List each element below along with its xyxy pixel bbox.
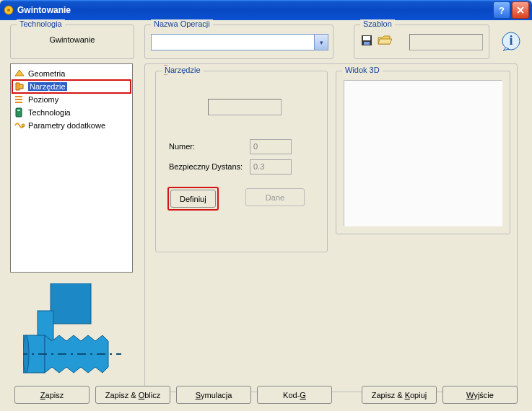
tree-item-tool[interactable]: Narzędzie	[12, 80, 131, 93]
svg-rect-6	[17, 110, 20, 111]
app-icon	[3, 4, 14, 16]
numer-value: 0	[253, 142, 258, 151]
save-template-icon[interactable]	[360, 34, 373, 47]
operation-name-group: Nazwa Operacji ▾	[144, 25, 333, 59]
tool-name-field[interactable]	[208, 99, 282, 115]
define-button[interactable]: Definiuj	[170, 190, 216, 208]
close-button[interactable]	[512, 1, 529, 19]
svg-point-1	[7, 9, 10, 12]
tool-group: Narzędzie Numer: 0 Bezpieczny Dystans: 0…	[155, 71, 328, 252]
save-copy-button[interactable]: Zapisz & Kopiuj	[362, 386, 437, 404]
data-label: Dane	[266, 193, 284, 202]
safe-distance-value: 0.3	[253, 162, 264, 171]
help-button[interactable]: ?	[493, 1, 510, 19]
svg-rect-13	[51, 283, 91, 324]
safe-distance-label: Bezpieczny Dystans:	[169, 162, 243, 171]
numer-input[interactable]: 0	[250, 139, 292, 154]
simulate-button[interactable]: Symulacja	[176, 386, 251, 404]
template-field[interactable]	[409, 34, 483, 50]
svg-text:i: i	[509, 33, 513, 48]
tree-item-technology[interactable]: Technologia	[12, 106, 131, 119]
svg-rect-9	[363, 36, 370, 40]
tree-item-label: Parametry dodatkowe	[28, 121, 105, 130]
svg-rect-2	[15, 96, 22, 97]
bottom-button-bar: Zapisz Zapisz & Oblicz Symulacja Kod-G Z…	[14, 386, 518, 404]
tree-item-geometry[interactable]: Geometria	[12, 67, 131, 80]
view3d-group: Widok 3D	[336, 71, 510, 234]
define-label: Definiuj	[180, 195, 206, 203]
operation-name-select[interactable]: ▾	[151, 34, 328, 50]
svg-rect-4	[15, 102, 22, 103]
title-bar[interactable]: Gwintowanie ?	[0, 0, 532, 20]
technology-group: Technologia Gwintowanie	[10, 25, 134, 59]
svg-rect-10	[364, 42, 370, 45]
tree-item-label: Technologia	[28, 108, 71, 117]
dialog-window: Gwintowanie ? Technologia Gwintowanie Ge…	[0, 0, 532, 411]
tool-legend: Narzędzie	[162, 66, 204, 74]
save-label: apisz	[45, 391, 64, 399]
technology-value: Gwintowanie	[11, 35, 134, 44]
tool-icon	[14, 81, 25, 92]
template-group: Szablon	[354, 25, 489, 59]
chevron-down-icon[interactable]: ▾	[314, 35, 328, 50]
data-button: Dane	[245, 188, 305, 206]
svg-rect-3	[15, 99, 22, 100]
tree-item-levels[interactable]: Poziomy	[12, 93, 131, 106]
gcode-button[interactable]: Kod-G	[257, 386, 332, 404]
nav-tree[interactable]: Geometria Narzędzie Poziomy Technologia	[10, 63, 133, 273]
tree-item-label: Narzędzie	[28, 82, 67, 91]
extra-params-icon	[14, 120, 25, 131]
tree-item-extra[interactable]: Parametry dodatkowe	[12, 119, 131, 132]
tree-item-label: Geometria	[28, 69, 65, 78]
technology-icon	[14, 107, 25, 118]
tree-item-label: Poziomy	[28, 95, 58, 104]
operation-legend: Nazwa Operacji	[151, 19, 213, 28]
safe-distance-input[interactable]: 0.3	[250, 159, 292, 174]
define-highlight: Definiuj	[167, 187, 219, 211]
window-title: Gwintowanie	[17, 5, 492, 15]
geometry-icon	[14, 68, 25, 79]
template-legend: Szablon	[360, 19, 395, 28]
operation-illustration	[23, 283, 124, 384]
svg-rect-5	[16, 108, 22, 117]
numer-label: Numer:	[169, 142, 195, 151]
technology-legend: Technologia	[17, 19, 65, 28]
client-area: Technologia Gwintowanie Geometria Narzęd…	[0, 20, 532, 411]
svg-point-7	[22, 124, 25, 127]
view3d-canvas[interactable]	[344, 80, 502, 226]
exit-button[interactable]: Wyjście	[442, 386, 518, 404]
save-calc-button[interactable]: Zapisz & Oblicz	[95, 386, 170, 404]
levels-icon	[14, 94, 25, 105]
view3d-legend: Widok 3D	[342, 66, 383, 74]
save-button[interactable]: Zapisz	[14, 386, 90, 404]
open-template-icon[interactable]	[378, 34, 392, 47]
info-button[interactable]: i	[500, 30, 522, 52]
